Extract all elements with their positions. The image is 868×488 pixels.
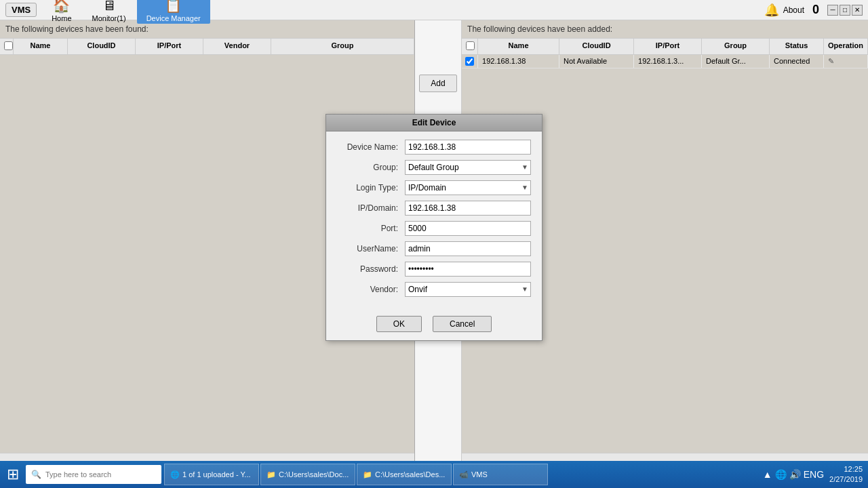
taskbar-item-icon-0: 🌐: [170, 470, 180, 479]
cancel-button[interactable]: Cancel: [433, 316, 492, 332]
th-group: Group: [271, 39, 414, 54]
device-name-input[interactable]: [405, 140, 531, 155]
th-cloudid: CloudID: [68, 39, 136, 54]
port-label: Port:: [337, 224, 405, 233]
dialog-body: Device Name: Group: Default Group ▼ Logi…: [326, 131, 542, 310]
edit-device-dialog: Edit Device Device Name: Group: Default …: [326, 114, 542, 341]
th-status-added: Status: [770, 39, 824, 54]
th-operation-added: Operation: [824, 39, 868, 54]
search-icon: 🔍: [31, 470, 41, 479]
taskbar-item-icon-3: 📹: [459, 470, 469, 479]
home-icon: 🏠: [53, 0, 70, 14]
found-devices-header: The following devices have been found:: [0, 20, 414, 38]
group-row: Group: Default Group ▼: [337, 160, 531, 175]
taskbar-items: 🌐 1 of 1 uploaded - Y... 📁 C:\Users\sale…: [164, 464, 760, 485]
row-group: Default Gr...: [702, 55, 770, 68]
taskbar-search-box: 🔍: [26, 465, 161, 484]
port-row: Port:: [337, 221, 531, 236]
taskbar-item-3[interactable]: 📹 VMS: [453, 464, 548, 485]
restore-button[interactable]: □: [840, 5, 850, 16]
window-controls: ─ □ ✕: [827, 5, 863, 16]
dialog-title: Edit Device: [326, 115, 542, 131]
username-input[interactable]: [405, 241, 531, 256]
tray-sound-icon: 🔊: [789, 469, 801, 480]
login-type-select-wrap: IP/Domain ▼: [405, 180, 531, 195]
taskbar-item-1[interactable]: 📁 C:\Users\sales\Doc...: [260, 464, 355, 485]
added-table-header: Name CloudID IP/Port Group Status Operat…: [462, 38, 868, 55]
group-label: Group:: [337, 163, 405, 172]
device-name-label: Device Name:: [337, 142, 405, 152]
group-select[interactable]: Default Group: [405, 160, 531, 175]
row-status: Connected: [770, 55, 824, 68]
titlebar-right: 🔔 About 0 ─ □ ✕: [764, 3, 863, 18]
taskbar-item-icon-2: 📁: [363, 470, 372, 479]
username-row: UserName:: [337, 241, 531, 256]
ip-domain-row: IP/Domain:: [337, 201, 531, 216]
vendor-row: Vendor: Onvif ▼: [337, 282, 531, 297]
taskbar-tray: ▲ 🌐 🔊 ENG 12:25 2/27/2019: [763, 464, 865, 485]
password-input[interactable]: [405, 262, 531, 277]
ip-domain-label: IP/Domain:: [337, 203, 405, 213]
row-ipport: 192.168.1.3...: [634, 55, 702, 68]
ok-button[interactable]: OK: [376, 316, 422, 332]
login-type-row: Login Type: IP/Domain ▼: [337, 180, 531, 195]
add-button[interactable]: Add: [419, 75, 456, 92]
device-name-row: Device Name:: [337, 140, 531, 155]
table-row: 192.168.1.38 Not Available 192.168.1.3..…: [462, 55, 868, 68]
tray-icons: ▲ 🌐 🔊 ENG: [763, 469, 824, 480]
select-all-found[interactable]: [4, 41, 13, 50]
row-name: 192.168.1.38: [478, 55, 559, 68]
password-row: Password:: [337, 262, 531, 277]
added-scrollbar-h[interactable]: [462, 453, 868, 461]
group-select-wrap: Default Group ▼: [405, 160, 531, 175]
taskbar-item-icon-1: 📁: [267, 470, 276, 479]
taskbar-item-2[interactable]: 📁 C:\Users\sales\Des...: [357, 464, 452, 485]
found-table-header: Name CloudID IP/Port Vendor Group: [0, 38, 414, 55]
row-cloudid: Not Available: [559, 55, 634, 68]
added-devices-header: The following devices have been added:: [462, 20, 868, 38]
device-manager-icon: 📋: [165, 0, 182, 14]
port-input[interactable]: [405, 221, 531, 236]
select-all-added[interactable]: [466, 41, 475, 50]
vendor-label: Vendor:: [337, 285, 405, 294]
th-cloudid-added: CloudID: [559, 39, 634, 54]
tray-time: 12:25 2/27/2019: [829, 464, 863, 485]
login-type-select[interactable]: IP/Domain: [405, 180, 531, 195]
login-type-label: Login Type:: [337, 183, 405, 192]
notification-count: 0: [812, 3, 819, 17]
found-scrollbar-h[interactable]: [0, 453, 414, 461]
tray-network-icon: 🌐: [775, 469, 787, 480]
close-button[interactable]: ✕: [852, 5, 863, 16]
bell-icon: 🔔: [764, 3, 779, 18]
taskbar: ⊞ 🔍 🌐 1 of 1 uploaded - Y... 📁 C:\Users\…: [0, 461, 868, 488]
tray-lang-label: ENG: [804, 469, 824, 480]
dialog-buttons: OK Cancel: [326, 310, 542, 340]
th-ipport: IP/Port: [136, 39, 203, 54]
vendor-select[interactable]: Onvif: [405, 282, 531, 297]
row-check-1[interactable]: [465, 57, 474, 66]
taskbar-item-0[interactable]: 🌐 1 of 1 uploaded - Y...: [164, 464, 259, 485]
th-checkbox: [0, 39, 14, 54]
password-label: Password:: [337, 264, 405, 274]
th-check-added: [462, 39, 478, 54]
row-checkbox: [462, 55, 478, 68]
about-section: 🔔 About: [764, 3, 804, 18]
titlebar: VMS 🏠 Home 🖥 Monitor(1) 📋 Device Manager…: [0, 0, 868, 20]
minimize-button[interactable]: ─: [827, 5, 838, 16]
taskbar-search-input[interactable]: [45, 470, 156, 479]
app-logo: VMS: [5, 3, 37, 17]
vendor-select-wrap: Onvif ▼: [405, 282, 531, 297]
tray-arrow-icon[interactable]: ▲: [763, 469, 772, 480]
th-name: Name: [14, 39, 68, 54]
th-ipport-added: IP/Port: [634, 39, 702, 54]
username-label: UserName:: [337, 244, 405, 253]
start-button[interactable]: ⊞: [3, 464, 23, 485]
main-content: The following devices have been found: N…: [0, 20, 868, 461]
row-operation[interactable]: ✎: [824, 55, 868, 68]
monitor-icon: 🖥: [102, 0, 116, 14]
th-group-added: Group: [702, 39, 770, 54]
th-vendor: Vendor: [203, 39, 271, 54]
ip-domain-input[interactable]: [405, 201, 531, 216]
th-name-added: Name: [478, 39, 559, 54]
